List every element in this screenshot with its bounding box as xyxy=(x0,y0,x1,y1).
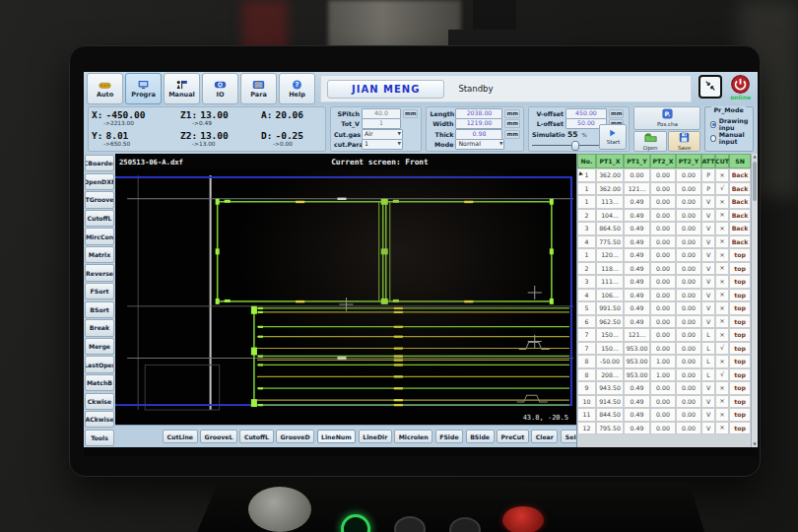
table-cell[interactable]: 0.49 xyxy=(624,408,650,422)
toolbar-button-grooved[interactable]: GrooveD xyxy=(276,430,314,443)
table-cell[interactable]: top xyxy=(729,355,751,368)
table-cell[interactable]: × xyxy=(715,209,729,223)
table-cell[interactable]: 6 xyxy=(577,315,596,329)
table-cell[interactable]: 0.49 xyxy=(624,209,650,223)
table-cell[interactable]: √ xyxy=(715,182,729,196)
table-cell[interactable]: 5 xyxy=(577,301,596,315)
toolbar-button-linedir[interactable]: LineDir xyxy=(359,430,392,443)
table-cell[interactable]: top xyxy=(729,408,751,422)
sidebar-item-matrix[interactable]: Matrix xyxy=(85,246,114,263)
power-button[interactable] xyxy=(731,75,750,94)
table-cell[interactable]: P xyxy=(701,182,715,196)
table-cell[interactable]: 0.49 xyxy=(624,315,650,329)
sidebar-item-opendxf[interactable]: OpenDXF xyxy=(85,173,114,190)
table-cell[interactable]: 953.00 xyxy=(624,342,650,356)
table-cell[interactable]: 362.00 xyxy=(596,168,624,182)
toolbar-button-linenum[interactable]: LineNum xyxy=(317,430,357,443)
table-cell[interactable]: 0.00 xyxy=(650,195,676,209)
table-cell[interactable]: 0.00 xyxy=(650,315,676,329)
sidebar-item-tools[interactable]: Tools xyxy=(85,430,114,446)
table-cell[interactable]: 0.00 xyxy=(676,355,701,368)
open-button[interactable]: Open xyxy=(633,131,667,153)
toolbar-button-cutoffl[interactable]: CutoffL xyxy=(239,430,273,443)
table-cell[interactable]: top xyxy=(729,289,751,302)
toolbar-button-cutline[interactable]: CutLine xyxy=(163,430,198,443)
table-cell[interactable]: 0.00 xyxy=(676,289,701,302)
table-cell[interactable]: 0.00 xyxy=(676,195,701,209)
table-cell[interactable]: 208... xyxy=(596,368,624,382)
table-cell[interactable]: 0.00 xyxy=(676,315,701,329)
table-cell[interactable]: 864.50 xyxy=(596,222,624,235)
table-cell[interactable]: 0.00 xyxy=(676,222,701,235)
param-field[interactable]: 1219.00 xyxy=(455,118,502,129)
table-cell[interactable]: 914.50 xyxy=(596,395,624,409)
table-cell[interactable]: 844.50 xyxy=(596,408,624,422)
table-cell[interactable]: 0.00 xyxy=(650,328,676,342)
table-cell[interactable]: 0.00 xyxy=(650,182,676,196)
table-cell[interactable]: 0.00 xyxy=(650,408,676,422)
table-cell[interactable]: 121... xyxy=(624,328,650,342)
table-cell[interactable]: top xyxy=(729,262,751,276)
table-cell[interactable]: 104... xyxy=(596,209,624,223)
table-cell[interactable]: L xyxy=(701,355,715,368)
table-cell[interactable]: top xyxy=(729,315,751,329)
table-cell[interactable]: 953.00 xyxy=(624,355,650,368)
sidebar-item-matchb[interactable]: MatchB xyxy=(85,374,114,391)
table-cell[interactable]: 0.00 xyxy=(676,408,701,422)
nav-button-help[interactable]: ?Help xyxy=(279,73,315,104)
table-cell[interactable]: L xyxy=(701,328,715,342)
table-cell[interactable]: 943.50 xyxy=(596,381,624,395)
table-cell[interactable]: 0.49 xyxy=(624,422,650,435)
table-cell[interactable]: × xyxy=(715,422,729,435)
table-cell[interactable]: 121... xyxy=(624,182,650,196)
table-cell[interactable]: 118... xyxy=(596,262,624,276)
table-cell[interactable]: 962.50 xyxy=(596,315,624,329)
table-cell[interactable]: Back xyxy=(729,222,751,235)
sidebar-item-cutoffl[interactable]: CutoffL xyxy=(85,210,114,227)
table-cell[interactable]: 0.00 xyxy=(676,168,701,182)
table-cell[interactable]: 0.00 xyxy=(676,381,701,395)
simulate-slider[interactable] xyxy=(532,141,609,149)
table-cell[interactable]: 0.49 xyxy=(624,395,650,409)
table-cell[interactable]: V xyxy=(701,381,715,395)
table-cell[interactable]: V xyxy=(701,235,715,249)
table-cell[interactable]: V xyxy=(701,195,715,209)
table-cell[interactable]: L xyxy=(701,342,715,356)
table-cell[interactable]: Back xyxy=(729,195,751,209)
clear-button[interactable]: Clear xyxy=(531,430,558,443)
table-cell[interactable]: 2 xyxy=(577,209,596,223)
nav-button-progra[interactable]: Progra xyxy=(125,73,162,104)
table-cell[interactable]: 0.00 xyxy=(676,182,701,196)
table-cell[interactable]: × xyxy=(715,195,729,209)
table-cell[interactable]: 0.00 xyxy=(650,248,676,262)
table-cell[interactable]: 0.00 xyxy=(650,381,676,395)
table-cell[interactable]: 991.50 xyxy=(596,301,624,315)
table-cell[interactable]: 120... xyxy=(596,248,624,262)
table-cell[interactable]: 150... xyxy=(596,328,624,342)
table-cell[interactable]: Back xyxy=(729,235,751,249)
table-cell[interactable]: × xyxy=(715,381,729,395)
table-cell[interactable]: -50.00 xyxy=(596,355,624,368)
table-cell[interactable]: 0.00 xyxy=(650,422,676,435)
table-cell[interactable]: 0.49 xyxy=(624,195,650,209)
table-cell[interactable]: 113... xyxy=(596,195,624,209)
table-cell[interactable]: 0.49 xyxy=(624,222,650,235)
table-cell[interactable]: V xyxy=(701,262,715,276)
program-mode-option[interactable]: Drawing inpu xyxy=(710,117,750,131)
nav-button-manual[interactable]: Manual xyxy=(164,73,200,104)
table-cell[interactable]: 0.00 xyxy=(650,209,676,223)
table-cell[interactable]: 10 xyxy=(577,395,596,409)
table-cell[interactable]: 0.00 xyxy=(676,422,701,435)
program-mode-option[interactable]: Manual input xyxy=(710,131,750,145)
table-cell[interactable]: 0.00 xyxy=(676,275,701,289)
table-cell[interactable]: 0.00 xyxy=(676,395,701,409)
table-cell[interactable]: 11 xyxy=(577,408,596,422)
table-cell[interactable]: 0.00 xyxy=(650,395,676,409)
table-cell[interactable]: × xyxy=(715,262,729,276)
table-cell[interactable]: 0.00 xyxy=(650,275,676,289)
save-button[interactable]: Save xyxy=(668,131,701,153)
table-cell[interactable]: × xyxy=(715,315,729,329)
table-cell[interactable]: 0.00 xyxy=(650,262,676,276)
table-cell[interactable]: 953.00 xyxy=(624,368,650,382)
table-cell[interactable]: 7 xyxy=(577,342,596,356)
